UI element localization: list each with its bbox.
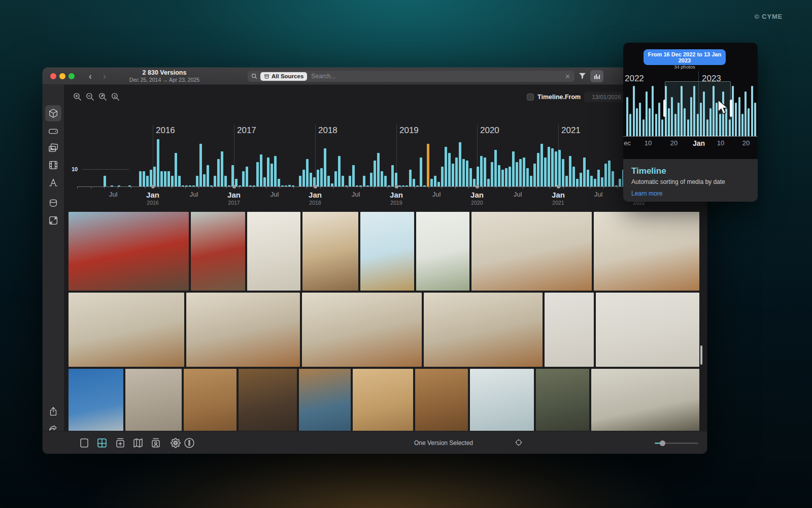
timeline-bar[interactable] (278, 179, 280, 186)
timeline-bar[interactable] (469, 168, 472, 186)
timeline-bar[interactable] (487, 179, 490, 186)
mini-timeline-bar[interactable] (738, 97, 740, 136)
timeline-bar[interactable] (530, 176, 532, 186)
timeline-bar[interactable] (157, 139, 159, 186)
photo-wall-bird-ornaments[interactable] (247, 212, 300, 291)
photo-speckled-wall-detail[interactable] (545, 293, 594, 367)
forward-button[interactable]: › (99, 71, 110, 81)
timeline-bar[interactable] (505, 168, 507, 186)
import-button[interactable] (114, 437, 126, 449)
all-sources-filter-chip[interactable]: All Sources (260, 72, 307, 81)
timeline-bar[interactable] (409, 170, 412, 186)
timeline-bar[interactable] (558, 150, 561, 186)
timeline-bar[interactable] (342, 176, 344, 186)
clear-search-icon[interactable]: ✕ (565, 73, 570, 80)
timeline-bar[interactable] (551, 148, 554, 186)
timeline-bar[interactable] (413, 179, 415, 186)
timeline-bar[interactable] (164, 171, 166, 186)
photo-couple-sofa-session[interactable] (69, 293, 184, 367)
minimize-window-button[interactable] (59, 73, 65, 79)
timeline-bar[interactable] (377, 153, 380, 186)
mini-timeline-bar[interactable] (658, 103, 660, 136)
timeline-bar[interactable] (207, 165, 209, 186)
timeline-bar[interactable] (160, 171, 163, 186)
map-view-button[interactable] (132, 437, 144, 449)
timeline-bar[interactable] (274, 156, 277, 186)
mini-timeline-bar[interactable] (741, 114, 743, 136)
learn-more-link[interactable]: Learn more (631, 190, 750, 197)
timeline-bar[interactable] (555, 151, 557, 186)
photo-man-beside-red-van[interactable] (191, 212, 246, 291)
zoom-one-icon[interactable]: 1 (111, 92, 120, 102)
timeline-bar[interactable] (260, 154, 262, 186)
timeline-bar[interactable] (576, 179, 579, 186)
photo-couple-table-guitar[interactable] (186, 293, 299, 367)
timeline-bar[interactable] (601, 177, 603, 186)
timeline-bar[interactable] (324, 148, 326, 186)
timeline-bar[interactable] (167, 171, 170, 186)
photo-dining-room-window[interactable] (302, 212, 358, 291)
filter-icon[interactable] (578, 72, 587, 80)
timeline-bar[interactable] (523, 157, 525, 186)
timeline-bar[interactable] (462, 159, 465, 186)
faces-view-button[interactable] (150, 437, 162, 449)
photo-siphon-bottles[interactable] (360, 212, 414, 291)
timeline-bar[interactable] (256, 162, 259, 186)
timeline-bar[interactable] (306, 159, 309, 186)
timeline-bar[interactable] (587, 170, 589, 186)
timeline-bar[interactable] (374, 161, 376, 186)
timeline-bar[interactable] (509, 167, 511, 186)
mini-timeline-bar[interactable] (655, 114, 657, 136)
sidebar-item-filmstrip[interactable] (48, 160, 59, 171)
timeline-bar[interactable] (562, 159, 564, 186)
single-view-button[interactable] (78, 437, 90, 449)
zoom-in-icon[interactable] (73, 92, 82, 102)
timeline-bar[interactable] (320, 168, 323, 186)
timeline-bar[interactable] (455, 157, 458, 186)
timeline-bar[interactable] (526, 168, 529, 186)
timeline-bar[interactable] (381, 171, 383, 186)
timeline-bar[interactable] (242, 171, 245, 186)
timeline-bar[interactable] (214, 176, 216, 186)
zoom-selection-icon[interactable] (98, 92, 108, 102)
timeline-bar[interactable] (317, 170, 319, 186)
sidebar-item-catalog[interactable] (48, 198, 59, 209)
timeline-bar[interactable] (569, 156, 571, 186)
mini-timeline-bar[interactable] (751, 86, 753, 136)
timeline-bar[interactable] (477, 167, 479, 186)
timeline-bar[interactable] (246, 167, 248, 186)
share-button[interactable] (48, 406, 59, 417)
timeline-bar[interactable] (597, 170, 600, 186)
timeline-bar[interactable] (420, 157, 422, 186)
search-field[interactable]: All Sources Search... ✕ (248, 71, 574, 82)
timeline-bar[interactable] (494, 150, 497, 186)
timeline-bar[interactable] (612, 171, 614, 186)
popup-day-chart[interactable]: From 16 Dec 2022 to 13 Jan 2023 34 photo… (623, 43, 758, 159)
timeline-bar[interactable] (310, 173, 312, 186)
timeline-bar[interactable] (267, 157, 269, 186)
timeline-bar[interactable] (441, 167, 444, 186)
timeline-bar[interactable] (445, 147, 447, 186)
timeline-bar[interactable] (349, 176, 351, 186)
timeline-bar[interactable] (512, 151, 515, 186)
thumbnail-zoom-slider[interactable] (655, 442, 698, 444)
timeline-bar[interactable] (175, 153, 177, 186)
timeline-bar[interactable] (203, 174, 206, 186)
timeline-bar[interactable] (334, 171, 337, 186)
sidebar-item-drives[interactable] (48, 125, 59, 137)
timeline-bars[interactable] (64, 105, 707, 186)
mini-timeline-bar[interactable] (629, 114, 631, 136)
mini-timeline-bar[interactable] (745, 91, 747, 136)
close-window-button[interactable] (50, 73, 56, 79)
crosshair-icon[interactable] (515, 438, 523, 447)
timeline-bar[interactable] (448, 153, 451, 186)
timeline-bar-selected[interactable] (427, 144, 429, 186)
mini-timeline-bar[interactable] (639, 103, 641, 136)
timeline-bar[interactable] (594, 179, 596, 186)
timeline-bar[interactable] (501, 170, 504, 186)
timeline-bar[interactable] (143, 171, 145, 186)
mini-timeline-bar[interactable] (754, 103, 756, 136)
timeline-bar[interactable] (370, 173, 373, 186)
timeline-bar[interactable] (548, 147, 550, 186)
settings-button[interactable] (170, 437, 182, 449)
